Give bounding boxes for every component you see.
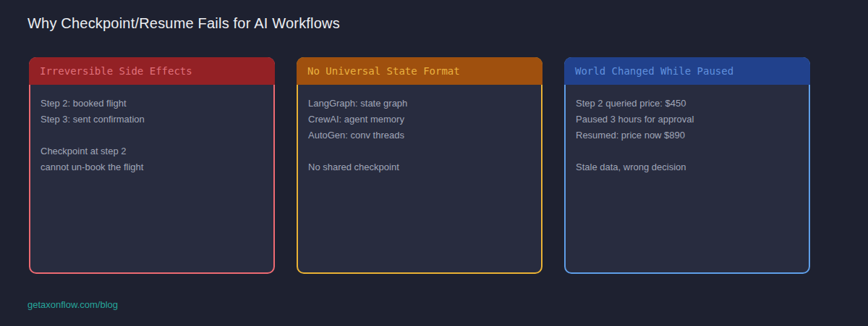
footer-blog-link[interactable]: getaxonflow.com/blog: [27, 299, 118, 311]
card-body-line: No shared checkpoint: [308, 159, 531, 175]
card-body: LangGraph: state graphCrewAI: agent memo…: [298, 85, 541, 175]
card-body-spacer: [576, 143, 799, 159]
card-body-line: Resumed: price now $890: [576, 128, 799, 143]
card-body-line: Stale data, wrong decision: [576, 159, 799, 175]
card-body-spacer: [308, 143, 531, 159]
card-no-universal-state-format: No Universal State Format LangGraph: sta…: [297, 57, 542, 274]
card-body-spacer: [41, 128, 263, 143]
page-title: Why Checkpoint/Resume Fails for AI Workf…: [27, 15, 340, 32]
card-body-line: AutoGen: conv threads: [308, 128, 531, 143]
card-body-line: Step 2: booked flight: [41, 96, 263, 112]
card-header: No Universal State Format: [297, 57, 542, 85]
card-body-line: CrewAI: agent memory: [308, 112, 531, 128]
card-body-line: Step 3: sent confirmation: [41, 112, 263, 128]
card-title: Irreversible Side Effects: [40, 65, 192, 77]
card-body-line: Paused 3 hours for approval: [576, 112, 799, 128]
card-body-line: Checkpoint at step 2: [41, 143, 263, 159]
card-body: Step 2: booked flightStep 3: sent confir…: [30, 85, 273, 175]
card-title: No Universal State Format: [307, 65, 460, 77]
slide-canvas: { "page": { "title": "Why Checkpoint/Res…: [0, 0, 868, 326]
card-body: Step 2 queried price: $450Paused 3 hours…: [566, 85, 809, 175]
cards-row: Irreversible Side Effects Step 2: booked…: [29, 57, 810, 274]
card-title: World Changed While Paused: [575, 65, 733, 77]
card-body-line: cannot un-book the flight: [41, 159, 263, 175]
card-world-changed-while-paused: World Changed While Paused Step 2 querie…: [564, 57, 810, 274]
card-irreversible-side-effects: Irreversible Side Effects Step 2: booked…: [29, 57, 275, 274]
card-body-line: LangGraph: state graph: [308, 96, 531, 112]
card-body-line: Step 2 queried price: $450: [576, 96, 799, 112]
card-header: Irreversible Side Effects: [29, 57, 275, 85]
card-header: World Changed While Paused: [564, 57, 810, 85]
